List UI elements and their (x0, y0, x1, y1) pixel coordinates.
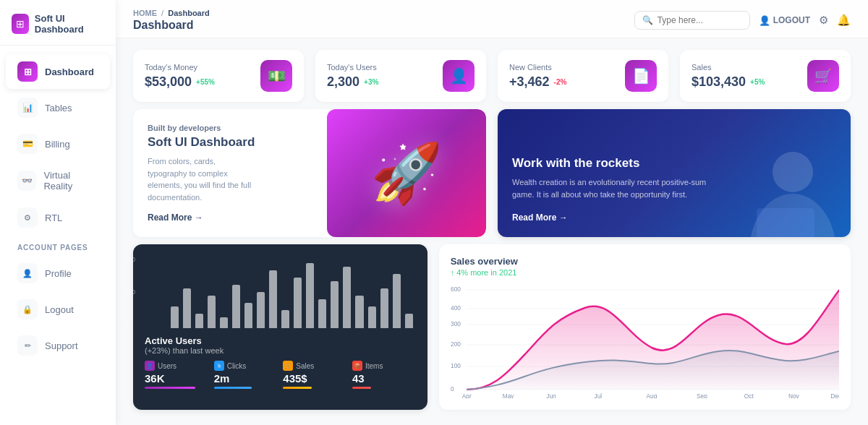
bottom-row: 400 200 0 Active Users (+23%) than last … (116, 244, 868, 421)
items-stat-icon: 📦 (352, 361, 362, 371)
sidebar-item-tables[interactable]: 📊 Tables (6, 90, 110, 125)
sidebar-item-rtl[interactable]: ⚙ RTL (6, 200, 110, 235)
sidebar-label-profile: Profile (45, 268, 72, 279)
settings-icon[interactable]: ⚙ (819, 14, 828, 27)
dark-card: Work with the rockets Wealth creation is… (498, 109, 851, 237)
svg-text:Dec: Dec (830, 392, 839, 398)
dev-card-read-more[interactable]: Read More → (148, 212, 203, 223)
sidebar-item-profile[interactable]: 👤 Profile (6, 256, 110, 291)
rocket-background: 🚀 (327, 109, 486, 237)
breadcrumb: HOME / Dashboard (133, 9, 210, 17)
vr-icon: 👓 (17, 171, 36, 191)
chart-stat-value-items: 43 (352, 372, 416, 385)
chart-stat-label-sales: 🛒 Sales (283, 361, 346, 371)
sidebar-label-vr: Virtual Reality (43, 170, 98, 192)
stat-value-sales: $103,430 +5% (692, 74, 765, 90)
stat-info-clients: New Clients +3,462 -2% (509, 63, 566, 90)
stat-card-users: Today's Users 2,300 +3% 👤 (315, 50, 486, 102)
chart-bar (195, 314, 203, 328)
active-users-title: Active Users (145, 335, 416, 346)
breadcrumb-section: HOME / Dashboard Dashboard (133, 9, 210, 32)
svg-text:Oct: Oct (744, 392, 754, 398)
stat-label-money: Today's Money (145, 63, 215, 72)
sidebar-item-billing[interactable]: 💳 Billing (6, 126, 110, 161)
stat-info-sales: Sales $103,430 +5% (692, 63, 765, 90)
stat-icon-users: 👤 (443, 60, 475, 92)
stat-icon-sales: 🛒 (807, 60, 839, 92)
sidebar-item-vr[interactable]: 👓 Virtual Reality (6, 163, 110, 199)
sales-svg: 600 400 300 200 100 0 (451, 283, 839, 398)
chart-stat-value-sales: 435$ (283, 372, 346, 385)
svg-text:Nov: Nov (788, 392, 799, 398)
topbar: HOME / Dashboard Dashboard 🔍 👤 LOGOUT ⚙ … (116, 0, 868, 38)
sidebar-logo: ⊞ Soft UI Dashboard (0, 0, 116, 46)
svg-text:200: 200 (451, 340, 461, 348)
chart-stat-value-clicks: 2m (214, 372, 278, 385)
clicks-stat-icon: 🖱 (214, 361, 224, 371)
dark-card-read-more[interactable]: Read More → (512, 212, 568, 223)
chart-bar (269, 270, 277, 328)
dev-card: Built by developers Soft UI Dashboard Fr… (133, 109, 486, 237)
chart-stat-label-users: 👤 Users (145, 361, 208, 371)
sidebar-label-rtl: RTL (45, 212, 62, 223)
account-section-label: ACCOUNT PAGES (0, 236, 116, 254)
stat-info-money: Today's Money $53,000 +55% (145, 63, 215, 90)
svg-text:May: May (502, 392, 514, 398)
dark-card-desc: Wealth creation is an evolutionarily rec… (512, 176, 723, 200)
sidebar-item-logout[interactable]: 🔒 Logout (6, 292, 110, 327)
chart-bar (380, 288, 388, 328)
logout-label: LOGOUT (773, 15, 810, 25)
svg-text:300: 300 (451, 320, 461, 327)
stat-badge-users: +3% (364, 78, 378, 86)
chart-container: 400 200 0 (145, 256, 416, 328)
sidebar-label-dashboard: Dashboard (45, 66, 94, 77)
stat-value-money: $53,000 +55% (145, 74, 215, 90)
breadcrumb-home[interactable]: HOME (133, 9, 157, 17)
chart-bar (257, 292, 265, 328)
stat-info-users: Today's Users 2,300 +3% (327, 63, 378, 90)
active-users-subtitle: (+23%) than last week (145, 346, 416, 355)
svg-text:600: 600 (451, 286, 461, 293)
page-title: Dashboard (133, 19, 210, 32)
chart-bar (244, 303, 252, 328)
logout-button[interactable]: 👤 LOGOUT (759, 15, 810, 26)
chart-bar (306, 263, 314, 328)
stat-card-clients: New Clients +3,462 -2% 📄 (498, 50, 668, 102)
dev-card-label: Built by developers (148, 124, 326, 132)
chart-bar (294, 278, 302, 328)
chart-bar (171, 306, 179, 328)
sidebar-item-support[interactable]: ✏ Support (6, 328, 110, 363)
chart-stat-items: 📦 Items 43 (352, 361, 416, 389)
search-input[interactable] (658, 15, 742, 25)
user-icon: 👤 (759, 15, 770, 26)
dev-card-desc: From colors, cards, typography to comple… (148, 155, 255, 203)
svg-text:Sep: Sep (697, 392, 707, 398)
search-box[interactable]: 🔍 (634, 11, 750, 30)
stat-label-sales: Sales (692, 63, 765, 72)
stat-card-money: Today's Money $53,000 +55% 💵 (133, 50, 304, 102)
middle-row: Built by developers Soft UI Dashboard Fr… (116, 109, 868, 244)
sidebar-label-logout: Logout (45, 304, 74, 315)
chart-stat-label-clicks: 🖱 Clicks (214, 361, 278, 371)
stat-card-sales: Sales $103,430 +5% 🛒 (680, 50, 851, 102)
svg-text:0: 0 (451, 385, 454, 392)
logout-icon: 🔒 (17, 299, 38, 319)
svg-text:Jun: Jun (546, 392, 556, 398)
svg-text:Aug: Aug (646, 392, 657, 398)
sidebar-item-dashboard[interactable]: ⊞ Dashboard (6, 54, 110, 89)
sales-title: Sales overview (451, 256, 839, 267)
rocket-icon: 🚀 (370, 139, 443, 207)
stat-label-users: Today's Users (327, 63, 378, 72)
stat-value-users: 2,300 +3% (327, 74, 378, 90)
chart-stat-clicks: 🖱 Clicks 2m (214, 361, 278, 389)
chart-stat-bar-clicks (214, 387, 252, 389)
chart-stats: 👤 Users 36K 🖱 Clicks 2m (145, 361, 416, 389)
rtl-icon: ⚙ (17, 207, 38, 228)
sidebar-label-tables: Tables (45, 103, 72, 113)
chart-bar (343, 267, 351, 328)
stats-row: Today's Money $53,000 +55% 💵 Today's Use… (116, 38, 868, 109)
chart-bar (232, 285, 240, 328)
notification-icon[interactable]: 🔔 (837, 14, 851, 27)
sales-card: Sales overview ↑ 4% more in 2021 600 400… (439, 244, 851, 410)
dev-card-title: Soft UI Dashboard (148, 135, 326, 150)
